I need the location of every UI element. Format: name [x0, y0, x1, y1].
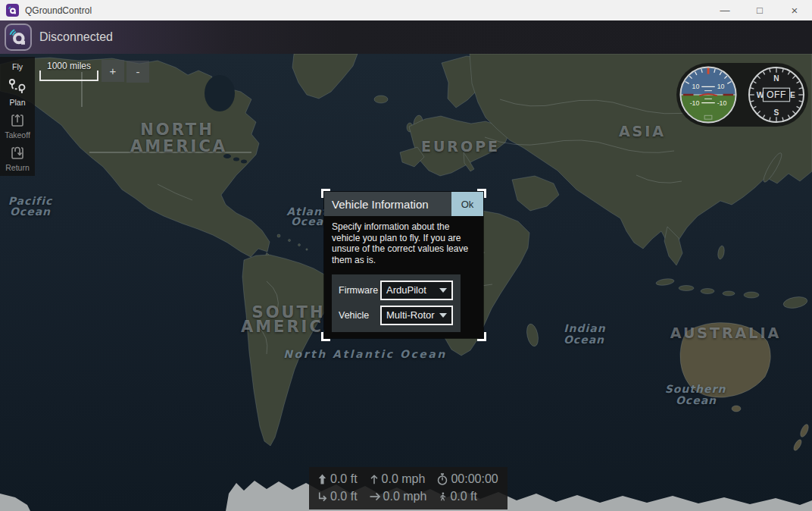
qgroundcontrol-window: QGroundControl — □ × Disconnected: [0, 0, 812, 511]
map-scale-bar: [39, 71, 98, 81]
vehicle-information-dialog: Vehicle Information Ok Specify informati…: [324, 192, 483, 338]
compass-indicator: N E S W OFF: [747, 65, 806, 124]
zoom-in-button[interactable]: +: [102, 60, 124, 82]
compass-heading-value: OFF: [767, 89, 786, 100]
dialog-header: Vehicle Information Ok: [324, 192, 483, 216]
sidebar-item-return-label: Return: [5, 163, 30, 172]
vehicle-label: Vehicle: [339, 310, 380, 321]
dialog-corner-mark: [321, 189, 330, 198]
window-controls: — □ ×: [707, 0, 812, 20]
flight-time-value[interactable]: 00:00:00: [436, 472, 498, 486]
sidebar-item-plan-label: Plan: [9, 98, 25, 107]
telemetry-values-bar[interactable]: 0.0 ft 0.0 mph 00:00:00 0.: [309, 467, 508, 509]
chevron-down-icon: [439, 288, 447, 293]
arrow-right-icon: [369, 491, 381, 503]
dialog-corner-mark: [477, 189, 486, 198]
firmware-label: Firmware: [339, 285, 380, 296]
arrow-down-right-icon: [317, 491, 328, 503]
firmware-row: Firmware ArduPilot: [339, 281, 453, 300]
titlebar: QGroundControl — □ ×: [0, 0, 812, 20]
takeoff-icon: [9, 112, 26, 129]
svg-text:10: 10: [692, 83, 700, 90]
chevron-down-icon: [439, 313, 447, 318]
sidebar-item-fly[interactable]: Fly: [12, 62, 23, 71]
vehicle-fact-panel: Firmware ArduPilot Vehicle Multi-Rotor: [332, 274, 461, 332]
distance-to-home-value[interactable]: 0.0 ft: [438, 490, 477, 503]
close-button[interactable]: ×: [777, 0, 812, 20]
sidebar-item-plan[interactable]: Plan: [8, 77, 27, 107]
svg-text:-10: -10: [690, 99, 700, 107]
dialog-title: Vehicle Information: [324, 198, 451, 211]
firmware-select[interactable]: ArduPilot: [380, 281, 453, 300]
qgc-logo-button[interactable]: [5, 24, 32, 51]
vehicle-row: Vehicle Multi-Rotor: [339, 306, 453, 325]
sidebar-item-takeoff[interactable]: Takeoff: [5, 112, 30, 140]
dialog-corner-mark: [477, 332, 486, 341]
sidebar-item-takeoff-label: Takeoff: [5, 130, 30, 140]
main-toolbar: Disconnected: [0, 20, 812, 54]
vehicle-select[interactable]: Multi-Rotor: [380, 306, 453, 325]
plan-icon: [8, 77, 27, 96]
altitude-arrow-icon: [317, 473, 328, 485]
telemetry-row-1: 0.0 ft 0.0 mph 00:00:00: [317, 470, 498, 487]
dialog-corner-mark: [321, 332, 330, 341]
altitude-rel-value[interactable]: 0.0 ft: [317, 472, 358, 486]
australia-landmass: [680, 322, 810, 451]
telemetry-row-2: 0.0 ft 0.0 mph 0.0 ft: [317, 487, 498, 505]
timer-icon: [436, 473, 448, 485]
climb-speed-value[interactable]: 0.0 mph: [369, 472, 426, 486]
connection-status: Disconnected: [39, 30, 113, 44]
qgc-swirl-icon: [8, 27, 28, 47]
map-scale-label: 1000 miles: [39, 61, 99, 71]
svg-text:E: E: [790, 91, 795, 99]
walking-person-icon: [438, 491, 448, 503]
vehicle-value: Multi-Rotor: [386, 309, 435, 321]
svg-text:-10: -10: [717, 99, 727, 107]
app-logo-icon: [6, 4, 19, 17]
instrument-panel[interactable]: 10 10 -10 -10: [676, 63, 808, 127]
zoom-out-button[interactable]: -: [126, 61, 149, 83]
qgc-swirl-icon: [8, 5, 17, 15]
attitude-indicator: 10 10 -10 -10: [679, 65, 738, 124]
fly-sidebar: Fly Plan Takeoff Return: [0, 57, 35, 176]
return-icon: [9, 145, 26, 161]
altitude-msl-value[interactable]: 0.0 ft: [317, 490, 358, 503]
dialog-body-text: Specify information about the vehicle yo…: [324, 216, 483, 266]
minimize-button[interactable]: —: [707, 0, 742, 20]
maximize-button[interactable]: □: [742, 0, 777, 20]
sidebar-item-return[interactable]: Return: [5, 145, 30, 172]
svg-text:S: S: [774, 108, 779, 117]
firmware-value: ArduPilot: [386, 284, 426, 296]
svg-text:N: N: [773, 74, 779, 83]
svg-text:10: 10: [717, 83, 725, 90]
ground-speed-value[interactable]: 0.0 mph: [369, 490, 427, 503]
arrow-up-icon: [369, 473, 379, 485]
window-title: QGroundControl: [25, 5, 92, 16]
